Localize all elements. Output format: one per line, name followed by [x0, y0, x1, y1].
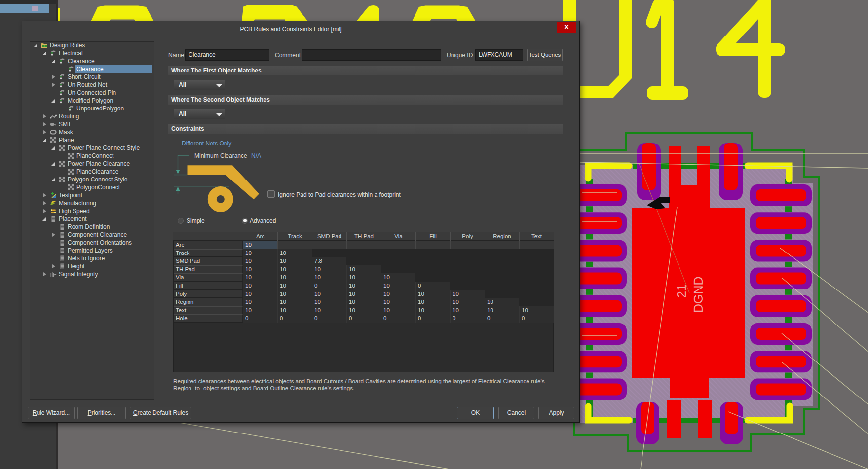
svg-text:DGND: DGND: [691, 276, 705, 313]
svg-text:21: 21: [675, 284, 688, 298]
